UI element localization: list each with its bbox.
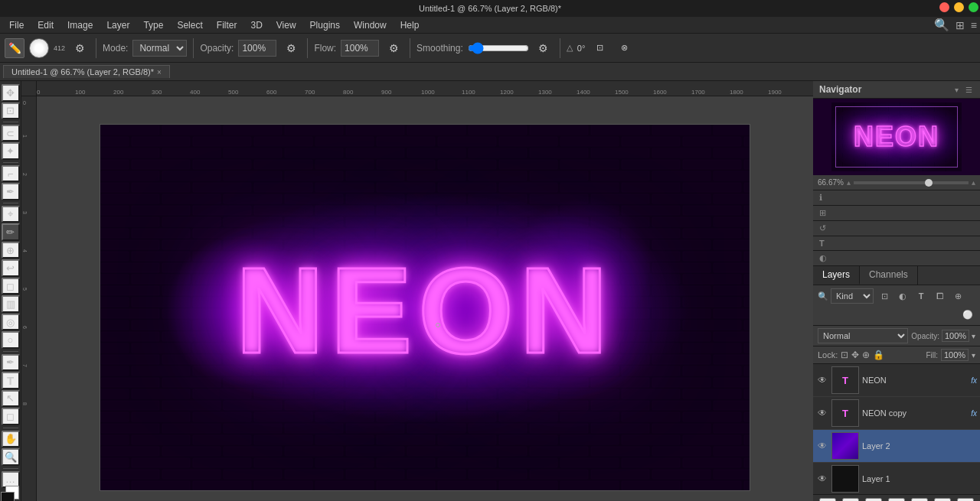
opacity-input[interactable] [238, 40, 276, 57]
gradient-tool[interactable]: ▥ [2, 295, 20, 313]
link-layers-btn[interactable]: 🔗 [819, 498, 836, 501]
add-group-btn[interactable]: 📁 [911, 498, 928, 501]
menu-select[interactable]: Select [171, 18, 208, 32]
smoothing-settings-btn[interactable]: ⚙ [534, 38, 554, 58]
menu-type[interactable]: Type [137, 18, 169, 32]
workspace-icon[interactable]: ≡ [971, 19, 977, 31]
eyedropper-tool[interactable]: ✒ [2, 183, 20, 200]
menu-bar: File Edit Image Layer Type Select Filter… [0, 17, 980, 34]
history-brush-tool[interactable]: ↩ [2, 259, 20, 277]
channels-tab[interactable]: Channels [860, 266, 918, 285]
pen-tool[interactable]: ✒ [2, 354, 20, 372]
menu-view[interactable]: View [270, 18, 302, 32]
menu-image[interactable]: Image [61, 18, 99, 32]
navigator-header[interactable]: Navigator ▾ ☰ [813, 81, 980, 99]
new-layer-btn[interactable]: 📄 [934, 498, 951, 501]
menu-window[interactable]: Window [348, 18, 393, 32]
dodge-tool[interactable]: ○ [2, 331, 20, 349]
maximize-button[interactable] [969, 2, 978, 12]
brush-tool[interactable]: ✏ [2, 223, 20, 241]
mode-select[interactable]: Normal Multiply Screen [132, 40, 187, 57]
lock-pixels-icon[interactable]: ⊡ [841, 350, 848, 360]
filter-shape-btn[interactable]: ⧠ [932, 288, 947, 304]
add-style-btn[interactable]: fx [842, 498, 859, 501]
zoom-slider[interactable] [854, 181, 969, 184]
brush-preview[interactable] [29, 38, 49, 58]
info-panel-header[interactable]: ℹ [813, 190, 980, 206]
nav-zoom-label: 66.67% [818, 178, 844, 187]
rtick-1600: 1600 [653, 89, 667, 96]
move-tool[interactable]: ✥ [2, 84, 20, 102]
menu-file[interactable]: File [3, 18, 30, 32]
clone-tool[interactable]: ⊕ [2, 242, 20, 259]
magic-wand-tool[interactable]: ✦ [2, 142, 20, 160]
navigator-menu-btn[interactable]: ☰ [963, 84, 974, 95]
hand-tool[interactable]: ✋ [2, 431, 20, 448]
layer-eye-layer1[interactable]: 👁 [816, 473, 828, 485]
histogram-panel-header[interactable]: ⊞ [813, 206, 980, 221]
fill-value[interactable] [941, 349, 969, 361]
search-icon[interactable]: 🔍 [934, 18, 949, 32]
fill-chevron[interactable]: ▾ [972, 351, 975, 359]
pressure-btn[interactable]: ⊡ [590, 38, 609, 58]
tab-close-btn[interactable]: × [157, 68, 162, 76]
flow-settings-btn[interactable]: ⚙ [384, 38, 403, 58]
layer-eye-neon[interactable]: 👁 [816, 374, 828, 386]
blend-mode-select[interactable]: Normal Multiply Screen Overlay [818, 328, 908, 343]
type-panel-header[interactable]: T [813, 236, 980, 251]
blur-tool[interactable]: ◎ [2, 314, 20, 331]
lock-move-icon[interactable]: ✥ [851, 350, 859, 360]
navigator-collapse-btn[interactable]: ▾ [951, 84, 962, 95]
filter-adjustment-btn[interactable]: ◐ [895, 288, 910, 304]
smoothing-slider[interactable] [468, 40, 529, 57]
foreground-color-swatch[interactable] [1, 492, 15, 501]
brush-settings-btn[interactable]: ⚙ [70, 38, 90, 58]
lock-all-icon[interactable]: 🔒 [873, 350, 884, 360]
layers-kind-select[interactable]: Kind Name Effect [831, 288, 874, 304]
layer-item-neon-copy[interactable]: 👁 T NEON copy fx [813, 397, 980, 430]
opacity-settings-btn[interactable]: ⚙ [281, 38, 301, 58]
filter-toggle-btn[interactable]: ⚪ [960, 307, 975, 322]
layer-item-layer1[interactable]: 👁 Layer 1 [813, 463, 980, 494]
history-panel-header[interactable]: ↺ [813, 221, 980, 236]
adjustments-panel-header[interactable]: ◐ [813, 251, 980, 266]
flow-input[interactable] [341, 40, 379, 57]
symmetry-btn[interactable]: ⊗ [614, 38, 634, 58]
layer-eye-neon-copy[interactable]: 👁 [816, 407, 828, 419]
add-mask-btn[interactable]: ◻ [865, 498, 882, 501]
arrange-icon[interactable]: ⊞ [956, 19, 965, 31]
tool-sep-5 [3, 428, 18, 428]
menu-help[interactable]: Help [394, 18, 426, 32]
healing-tool[interactable]: ⌖ [2, 206, 20, 223]
close-button[interactable] [939, 2, 949, 12]
document-tab[interactable]: Untitled-1 @ 66.7% (Layer 2, RGB/8)* × [3, 65, 170, 78]
type-tool[interactable]: T [2, 372, 20, 389]
canvas[interactable]: NEON [100, 124, 750, 491]
menu-filter[interactable]: Filter [211, 18, 243, 32]
eraser-tool[interactable]: ◻ [2, 278, 20, 295]
menu-plugins[interactable]: Plugins [304, 18, 346, 32]
lasso-tool[interactable]: ⊂ [2, 125, 20, 142]
path-selection-tool[interactable]: ↖ [2, 390, 20, 408]
layer-eye-layer2[interactable]: 👁 [816, 440, 828, 452]
lock-artboards-icon[interactable]: ⊕ [862, 350, 870, 360]
layer-item-neon[interactable]: 👁 T NEON fx [813, 364, 980, 397]
menu-3d[interactable]: 3D [244, 18, 268, 32]
filter-smart-btn[interactable]: ⊕ [950, 288, 965, 304]
menu-layer[interactable]: Layer [100, 18, 136, 32]
delete-layer-btn[interactable]: 🗑 [957, 498, 974, 501]
shape-tool[interactable]: ◻ [2, 408, 20, 425]
layer-item-layer2[interactable]: 👁 Layer 2 [813, 430, 980, 463]
artboard-tool[interactable]: ⊡ [2, 102, 20, 120]
filter-pixel-btn[interactable]: ⊡ [877, 288, 892, 304]
minimize-button[interactable] [954, 2, 964, 12]
layers-tab[interactable]: Layers [813, 266, 860, 285]
brush-tool-btn[interactable]: ✏️ [5, 38, 24, 58]
opacity-value[interactable] [942, 330, 969, 342]
crop-tool[interactable]: ⌐ [2, 165, 20, 183]
add-adjustment-btn[interactable]: ◐ [888, 498, 905, 501]
opacity-chevron[interactable]: ▾ [972, 332, 975, 340]
menu-edit[interactable]: Edit [31, 18, 60, 32]
zoom-tool[interactable]: 🔍 [2, 448, 20, 466]
filter-type-btn[interactable]: T [913, 288, 929, 304]
